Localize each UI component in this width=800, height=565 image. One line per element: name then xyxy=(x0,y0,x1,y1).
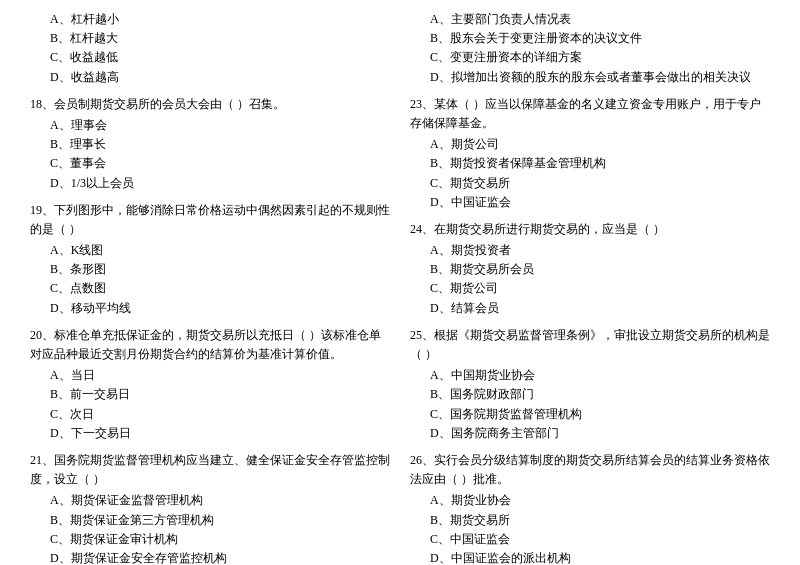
two-column-layout: A、杠杆越小 B、杠杆越大 C、收益越低 D、收益越高 18、会员制期货交易所的… xyxy=(30,10,770,565)
page-container: A、杠杆越小 B、杠杆越大 C、收益越低 D、收益越高 18、会员制期货交易所的… xyxy=(0,0,800,565)
option-item: C、次日 xyxy=(30,405,390,424)
prev-options-left: A、杠杆越小 B、杠杆越大 C、收益越低 D、收益越高 xyxy=(30,10,390,87)
question-24: 24、在期货交易所进行期货交易的，应当是（ ） A、期货投资者 B、期货交易所会… xyxy=(410,220,770,318)
option-item: B、期货保证金第三方管理机构 xyxy=(30,511,390,530)
option-item: C、国务院期货监督管理机构 xyxy=(410,405,770,424)
option-item: B、条形图 xyxy=(30,260,390,279)
right-column: A、主要部门负责人情况表 B、股东会关于变更注册资本的决议文件 C、变更注册资本… xyxy=(410,10,770,565)
option-item: A、期货保证金监督管理机构 xyxy=(30,491,390,510)
option-item: C、期货交易所 xyxy=(410,174,770,193)
question-21: 21、国务院期货监督管理机构应当建立、健全保证金安全存管监控制度，设立（ ） A… xyxy=(30,451,390,565)
left-column: A、杠杆越小 B、杠杆越大 C、收益越低 D、收益越高 18、会员制期货交易所的… xyxy=(30,10,390,565)
question-18: 18、会员制期货交易所的会员大会由（ ）召集。 A、理事会 B、理事长 C、董事… xyxy=(30,95,390,193)
option-item: D、下一交易日 xyxy=(30,424,390,443)
prev-options-right: A、主要部门负责人情况表 B、股东会关于变更注册资本的决议文件 C、变更注册资本… xyxy=(410,10,770,87)
question-19: 19、下列图形中，能够消除日常价格运动中偶然因素引起的不规则性的是（ ） A、K… xyxy=(30,201,390,318)
option-item: B、前一交易日 xyxy=(30,385,390,404)
option-item: B、期货交易所会员 xyxy=(410,260,770,279)
option-item: B、杠杆越大 xyxy=(30,29,390,48)
option-item: B、股东会关于变更注册资本的决议文件 xyxy=(410,29,770,48)
option-item: D、中国证监会的派出机构 xyxy=(410,549,770,565)
option-item: C、收益越低 xyxy=(30,48,390,67)
question-26: 26、实行会员分级结算制度的期货交易所结算会员的结算业务资格依法应由（ ）批准。… xyxy=(410,451,770,565)
option-item: C、董事会 xyxy=(30,154,390,173)
option-item: A、杠杆越小 xyxy=(30,10,390,29)
option-item: B、期货交易所 xyxy=(410,511,770,530)
question-23: 23、某体（ ）应当以保障基金的名义建立资金专用账户，用于专户存储保障基金。 A… xyxy=(410,95,770,212)
option-item: D、移动平均线 xyxy=(30,299,390,318)
option-item: A、中国期货业协会 xyxy=(410,366,770,385)
option-item: C、变更注册资本的详细方案 xyxy=(410,48,770,67)
option-item: B、国务院财政部门 xyxy=(410,385,770,404)
option-item: B、理事长 xyxy=(30,135,390,154)
question-title: 19、下列图形中，能够消除日常价格运动中偶然因素引起的不规则性的是（ ） xyxy=(30,201,390,239)
option-item: C、中国证监会 xyxy=(410,530,770,549)
option-item: A、主要部门负责人情况表 xyxy=(410,10,770,29)
question-title: 21、国务院期货监督管理机构应当建立、健全保证金安全存管监控制度，设立（ ） xyxy=(30,451,390,489)
option-item: D、收益越高 xyxy=(30,68,390,87)
option-item: A、期货公司 xyxy=(410,135,770,154)
option-item: A、期货业协会 xyxy=(410,491,770,510)
option-item: D、国务院商务主管部门 xyxy=(410,424,770,443)
option-item: D、1/3以上会员 xyxy=(30,174,390,193)
option-item: D、结算会员 xyxy=(410,299,770,318)
question-title: 23、某体（ ）应当以保障基金的名义建立资金专用账户，用于专户存储保障基金。 xyxy=(410,95,770,133)
question-title: 20、标准仓单充抵保证金的，期货交易所以充抵日（ ）该标准仓单对应品种最近交割月… xyxy=(30,326,390,364)
question-title: 18、会员制期货交易所的会员大会由（ ）召集。 xyxy=(30,95,390,114)
question-title: 25、根据《期货交易监督管理条例》，审批设立期货交易所的机构是（ ） xyxy=(410,326,770,364)
question-25: 25、根据《期货交易监督管理条例》，审批设立期货交易所的机构是（ ） A、中国期… xyxy=(410,326,770,443)
question-title: 26、实行会员分级结算制度的期货交易所结算会员的结算业务资格依法应由（ ）批准。 xyxy=(410,451,770,489)
option-item: A、当日 xyxy=(30,366,390,385)
question-20: 20、标准仓单充抵保证金的，期货交易所以充抵日（ ）该标准仓单对应品种最近交割月… xyxy=(30,326,390,443)
option-item: A、理事会 xyxy=(30,116,390,135)
option-item: D、期货保证金安全存管监控机构 xyxy=(30,549,390,565)
option-item: C、期货公司 xyxy=(410,279,770,298)
option-item: C、点数图 xyxy=(30,279,390,298)
option-item: A、K线图 xyxy=(30,241,390,260)
option-item: B、期货投资者保障基金管理机构 xyxy=(410,154,770,173)
option-item: C、期货保证金审计机构 xyxy=(30,530,390,549)
question-title: 24、在期货交易所进行期货交易的，应当是（ ） xyxy=(410,220,770,239)
option-item: A、期货投资者 xyxy=(410,241,770,260)
option-item: D、中国证监会 xyxy=(410,193,770,212)
option-item: D、拟增加出资额的股东的股东会或者董事会做出的相关决议 xyxy=(410,68,770,87)
